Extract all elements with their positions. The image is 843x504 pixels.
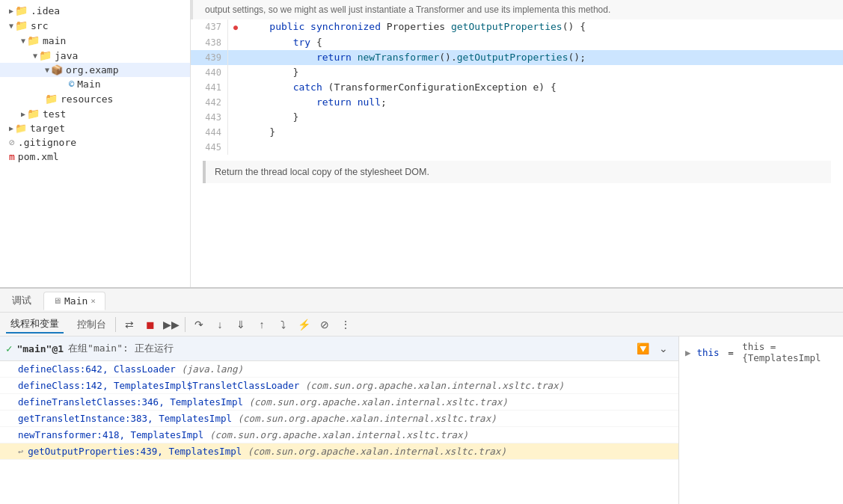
tab-main[interactable]: 🖥 Main × <box>43 292 105 310</box>
code-lines: 437 ● public synchronized Properties get… <box>191 19 843 155</box>
code-area: output settings, so we might as well jus… <box>191 0 843 287</box>
thread-name: "main"@1 <box>16 343 64 354</box>
code-line-445: 445 <box>191 140 843 155</box>
sidebar-item-label: main <box>43 35 66 46</box>
stack-frame-0[interactable]: defineClass:642, ClassLoader (java.lang) <box>0 361 678 378</box>
thread-status-icon: ✓ <box>6 342 12 354</box>
tab-close-btn[interactable]: × <box>91 296 96 306</box>
class-icon: © <box>69 79 74 90</box>
sidebar-item-label: java <box>55 50 78 61</box>
stack-frame-1[interactable]: defineClass:142, TemplatesImpl$TransletC… <box>0 378 678 394</box>
variables-panel: ▶ this = this = {TemplatesImpl <box>678 336 843 504</box>
sidebar-item-label: org.examp <box>66 64 118 76</box>
sidebar-item-test[interactable]: ▶ 📁 test <box>0 106 190 121</box>
folder-icon: 📁 <box>15 4 28 16</box>
resume-btn[interactable]: ▶▶ <box>162 316 180 334</box>
collapse-arrow: ▼ <box>9 22 13 30</box>
stack-frame-2[interactable]: defineTransletClasses:346, TemplatesImpl… <box>0 394 678 411</box>
thread-header[interactable]: ✓ "main"@1 在组"main": 正在运行 🔽 ⌄ <box>0 336 678 361</box>
sidebar-item-target[interactable]: ▶ 📁 target <box>0 121 190 135</box>
code-line-438: 438 try { <box>191 35 843 50</box>
sidebar-item-pom[interactable]: m pom.xml <box>0 150 190 164</box>
folder-icon: 📁 <box>39 49 52 61</box>
force-step-into-btn[interactable]: ⇓ <box>232 316 250 334</box>
sidebar-item-label: target <box>30 123 65 134</box>
package-icon: 📦 <box>51 64 63 76</box>
step-into-btn[interactable]: ↓ <box>211 316 229 334</box>
sidebar-item-label: Main <box>77 79 100 90</box>
collapse-arrow: ▶ <box>9 7 13 15</box>
console-tab[interactable]: 控制台 <box>73 316 111 333</box>
sidebar-item-label: .gitignore <box>18 137 76 148</box>
sidebar-item-main[interactable]: ▼ 📁 main <box>0 33 190 48</box>
debug-toolbar: 线程和变量 控制台 ⇄ ◼ ▶▶ ↷ ↓ ⇓ ↑ ⤵ ⚡ ⊘ ⋮ <box>0 313 843 336</box>
var-this: ▶ this = this = {TemplatesImpl <box>682 339 840 365</box>
code-line-439: 439 return newTransformer().getOutputPro… <box>191 50 843 65</box>
thread-status: 在组"main": 正在运行 <box>68 342 174 355</box>
filter-btn[interactable]: 🔽 <box>634 339 652 357</box>
sidebar-item-idea[interactable]: ▶ 📁 .idea <box>0 3 190 18</box>
sidebar-item-main-class[interactable]: © Main <box>0 77 190 91</box>
code-line-440: 440 } <box>191 65 843 80</box>
code-line-437: 437 ● public synchronized Properties get… <box>191 19 843 35</box>
debug-label: 调试 <box>6 291 37 310</box>
code-line-443: 443 } <box>191 110 843 125</box>
collapse-arrow: ▼ <box>45 66 49 74</box>
sidebar-item-resources[interactable]: 📁 resources <box>0 91 190 106</box>
collapse-arrow: ▶ <box>9 124 13 132</box>
sidebar-item-label: src <box>31 20 48 31</box>
toolbar-divider-2 <box>185 317 186 332</box>
more-btn[interactable]: ⋮ <box>337 316 355 334</box>
tab-icon: 🖥 <box>53 296 61 306</box>
top-comment: output settings, so we might as well jus… <box>191 0 843 19</box>
folder-icon: 📁 <box>15 19 28 31</box>
maven-icon: m <box>9 151 15 162</box>
collapse-arrow: ▶ <box>21 110 25 118</box>
expand-arrow[interactable]: ▶ <box>685 347 691 358</box>
collapse-arrow: ▼ <box>33 52 37 60</box>
bottom-panel: 调试 🖥 Main × 线程和变量 控制台 ⇄ ◼ ▶▶ ↷ ↓ ⇓ ↑ ⤵ ⚡… <box>0 287 843 504</box>
stack-frame-3[interactable]: getTransletInstance:383, TemplatesImpl (… <box>0 411 678 427</box>
step-over-btn[interactable]: ↷ <box>190 316 208 334</box>
step-out-btn[interactable]: ↑ <box>253 316 271 334</box>
thread-filter: 🔽 ⌄ <box>634 339 672 357</box>
gitignore-icon: ⊘ <box>9 137 15 148</box>
sidebar-item-label: .idea <box>31 5 60 16</box>
folder-icon: 📁 <box>27 108 40 120</box>
code-scroll[interactable]: output settings, so we might as well jus… <box>191 0 843 287</box>
stack-frame-4[interactable]: newTransformer:418, TemplatesImpl (com.s… <box>0 427 678 443</box>
folder-icon: 📁 <box>27 34 40 46</box>
run-cursor-btn[interactable]: ⤵ <box>274 316 292 334</box>
tab-main-label: Main <box>64 295 88 307</box>
sidebar-item-java[interactable]: ▼ 📁 java <box>0 48 190 63</box>
sidebar-item-package[interactable]: ▼ 📦 org.examp <box>0 63 190 77</box>
eval-btn[interactable]: ⚡ <box>295 316 313 334</box>
main-layout: ▶ 📁 .idea ▼ 📁 src ▼ 📁 main ▼ 📁 java ▼ 📦 … <box>0 0 843 287</box>
collapse-arrow: ▼ <box>21 37 25 45</box>
sidebar-item-label: resources <box>61 93 113 105</box>
sidebar: ▶ 📁 .idea ▼ 📁 src ▼ 📁 main ▼ 📁 java ▼ 📦 … <box>0 0 191 287</box>
threads-panel: ✓ "main"@1 在组"main": 正在运行 🔽 ⌄ defineClas… <box>0 336 843 504</box>
mute-btn[interactable]: ⊘ <box>316 316 334 334</box>
folder-yellow-icon: 📁 <box>15 123 27 134</box>
sidebar-item-label: test <box>43 108 66 120</box>
threads-btn[interactable]: ⇄ <box>120 316 138 334</box>
code-line-444: 444 } <box>191 125 843 140</box>
sidebar-item-gitignore[interactable]: ⊘ .gitignore <box>0 135 190 150</box>
threads-list: ✓ "main"@1 在组"main": 正在运行 🔽 ⌄ defineClas… <box>0 336 678 504</box>
stop-btn[interactable]: ◼ <box>141 316 159 334</box>
folder-icon: 📁 <box>45 93 58 105</box>
sidebar-item-label: pom.xml <box>18 151 59 162</box>
toolbar-divider-1 <box>115 317 116 332</box>
code-line-442: 442 return null; <box>191 95 843 110</box>
code-line-441: 441 catch (TransformerConfigurationExcep… <box>191 80 843 95</box>
breakpoint-icon[interactable]: ● <box>233 23 238 31</box>
return-icon: ↩ <box>18 446 23 457</box>
doc-comment: Return the thread local copy of the styl… <box>203 161 831 183</box>
sidebar-item-src[interactable]: ▼ 📁 src <box>0 18 190 33</box>
stack-frame-5[interactable]: ↩ getOutputProperties:439, TemplatesImpl… <box>0 443 678 460</box>
threads-vars-tab[interactable]: 线程和变量 <box>6 316 64 334</box>
settings-btn[interactable]: ⌄ <box>655 339 672 357</box>
bottom-tabs: 调试 🖥 Main × <box>0 289 843 313</box>
